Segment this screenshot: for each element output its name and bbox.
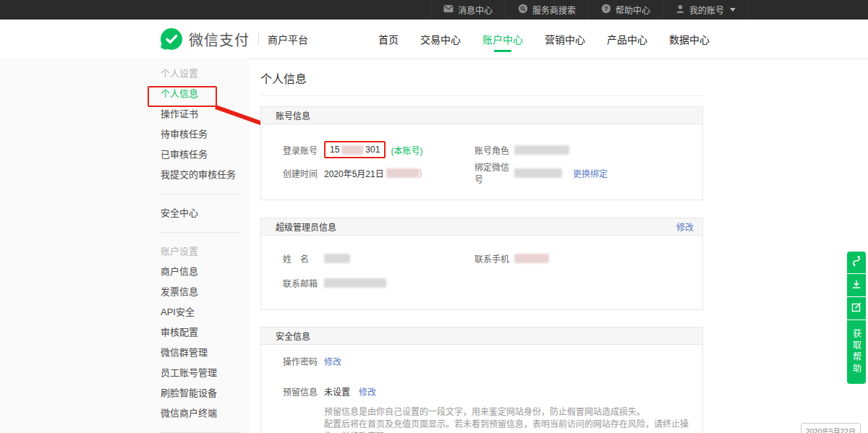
sidebar-item-label: 个人信息 [161, 88, 198, 99]
floating-help-stack: 获取帮助 [847, 252, 866, 384]
nav-marketing-center[interactable]: 营销中心 [545, 20, 585, 58]
admin-name-redacted [324, 254, 350, 263]
nav-transaction-center[interactable]: 交易中心 [420, 20, 461, 58]
super-admin-card: 超级管理员信息 修改 姓 名 联系手机 联系邮箱 [260, 218, 703, 310]
sidebar-divider [161, 232, 242, 233]
site-header: 微信支付 商户平台 首页 交易中心 账户中心 营销中心 产品中心 数据中心 [0, 20, 868, 59]
account-role-label: 账号角色 [475, 144, 514, 156]
card-title: 账号信息 [276, 109, 310, 121]
edit-reserved-info-link[interactable]: 修改 [359, 385, 376, 398]
bound-wechat-redacted [514, 168, 562, 178]
chevron-down-icon [730, 8, 736, 12]
message-center-link[interactable]: 消息中心 [430, 0, 505, 20]
platform-name: 商户平台 [268, 32, 308, 46]
brand-logo[interactable]: 微信支付 商户平台 [161, 28, 308, 50]
contact-email-label: 联系邮箱 [283, 277, 324, 289]
created-time-value: 2020年5月21日 [324, 167, 384, 179]
card-title: 超级管理员信息 [276, 220, 336, 233]
sidebar-item-personal-info[interactable]: 个人信息 [161, 84, 242, 104]
sidebar-item-wechat-merchant-terminal[interactable]: 微信商户终端 [161, 403, 242, 424]
logo-separator [258, 33, 259, 46]
brand-name: 微信支付 [189, 29, 250, 50]
topbar-item-label: 服务商搜索 [532, 4, 576, 16]
topbar-item-label: 帮助中心 [616, 4, 650, 16]
sidebar-section-personal-settings: 个人设置 [161, 64, 242, 84]
security-info-card: 安全信息 操作密码 修改 预留信息 未设置 修改 预留信息是由你自己设 [260, 327, 703, 433]
login-account-redacted [341, 145, 363, 155]
service-provider-search-link[interactable]: 服务商搜索 [505, 0, 588, 20]
edit-admin-link[interactable]: 修改 [676, 220, 694, 233]
nav-product-center[interactable]: 产品中心 [607, 20, 647, 58]
reserved-info-label: 预留信息 [283, 385, 324, 398]
account-role-redacted [514, 145, 569, 155]
link-icon [851, 254, 862, 270]
sidebar-item-review-config[interactable]: 审核配置 [161, 322, 242, 343]
nav-home[interactable]: 首页 [378, 20, 399, 58]
super-admin-card-header: 超级管理员信息 修改 [261, 218, 702, 236]
admin-name-label: 姓 名 [283, 252, 324, 265]
sidebar-divider [161, 194, 242, 194]
primary-nav: 首页 交易中心 账户中心 营销中心 产品中心 数据中心 [378, 20, 710, 58]
wechat-pay-logo-icon [161, 28, 182, 50]
sidebar-item-merchant-info[interactable]: 商户信息 [161, 262, 242, 282]
change-binding-link[interactable]: 更换绑定 [573, 167, 608, 179]
reserved-info-value: 未设置 [324, 385, 350, 398]
contact-phone-label: 联系手机 [475, 252, 514, 265]
account-info-card: 账号信息 登录账号 15 301 (本账号) 账号角色 [260, 106, 703, 200]
help-center-link[interactable]: ? 帮助中心 [588, 0, 663, 20]
security-info-card-header: 安全信息 [261, 327, 702, 345]
bound-wechat-label: 绑定微信号 [475, 160, 514, 185]
edit-password-link[interactable]: 修改 [324, 355, 341, 367]
sidebar-item-pending-review-tasks[interactable]: 待审核任务 [161, 124, 242, 145]
sidebar-item-api-security[interactable]: API安全 [161, 302, 242, 322]
login-account-prefix: 15 [330, 145, 339, 155]
contact-link-button[interactable] [847, 252, 866, 273]
top-utility-bar: 消息中心 服务商搜索 ? 帮助中心 我的账号 [0, 0, 868, 20]
sidebar-item-staff-account-mgmt[interactable]: 员工账号管理 [161, 363, 242, 383]
title-divider [260, 95, 703, 96]
login-account-label: 登录账号 [283, 144, 324, 156]
description-line: 预留信息是由你自己设置的一段文字，用来鉴定网站身份，防止假冒网站造成损失。 [324, 406, 702, 419]
contact-phone-redacted [514, 254, 549, 263]
svg-text:?: ? [604, 5, 608, 12]
envelope-icon [443, 4, 454, 15]
sidebar-item-security-center[interactable]: 安全中心 [161, 203, 242, 223]
sidebar-menu: 个人设置 个人信息 操作证书 待审核任务 已审核任务 我提交的审核任务 安全中心… [161, 64, 242, 433]
sidebar-item-reviewed-tasks[interactable]: 已审核任务 [161, 145, 242, 165]
card-title: 安全信息 [276, 330, 310, 342]
edit-icon [851, 301, 862, 316]
nav-account-center[interactable]: 账户中心 [482, 20, 523, 58]
contact-email-redacted [324, 278, 386, 288]
sidebar-item-wechat-group-mgmt[interactable]: 微信群管理 [161, 343, 242, 363]
download-icon [851, 278, 862, 293]
current-account-tag: (本账号) [391, 144, 422, 156]
reserved-info-description: 预留信息是由你自己设置的一段文字，用来鉴定网站身份，防止假冒网站造成损失。 配置… [324, 406, 702, 433]
login-account-annotation-box: 15 301 [324, 141, 386, 158]
account-info-card-header: 账号信息 [261, 107, 702, 124]
sidebar-item-invoice-info[interactable]: 发票信息 [161, 282, 242, 302]
login-account-suffix: 301 [365, 145, 380, 155]
main-content: 个人信息 账号信息 登录账号 15 301 (本账号) [260, 59, 703, 433]
sidebar-item-my-submitted-tasks[interactable]: 我提交的审核任务 [161, 165, 242, 185]
sidebar-item-operation-certificate[interactable]: 操作证书 [161, 104, 242, 124]
created-time-label: 创建时间 [283, 167, 324, 179]
created-time-redacted [386, 168, 420, 178]
nav-data-center[interactable]: 数据中心 [669, 20, 710, 58]
sidebar-section-account-settings: 账户设置 [161, 241, 242, 262]
get-help-button[interactable]: 获取帮助 [847, 320, 866, 384]
topbar-item-label: 我的账号 [689, 4, 724, 16]
topbar-item-label: 消息中心 [458, 4, 493, 16]
description-line: 配置后将在首页及充值页面显示。若未看到预留信息，表明当前访问的网站存在风险，请终… [324, 419, 702, 433]
user-icon [676, 4, 685, 16]
sidebar-item-face-smart-device[interactable]: 刷脸智能设备 [161, 383, 242, 403]
download-button[interactable] [847, 274, 866, 296]
date-tooltip: 2020年5月22日 [801, 423, 861, 433]
help-circle-icon: ? [601, 4, 611, 16]
feedback-button[interactable] [847, 297, 866, 320]
sidebar-panel: 个人设置 个人信息 操作证书 待审核任务 已审核任务 我提交的审核任务 安全中心… [0, 59, 250, 433]
page-title: 个人信息 [260, 59, 703, 95]
operation-password-label: 操作密码 [283, 355, 324, 367]
created-time-paren: ) [420, 168, 422, 178]
my-account-menu[interactable]: 我的账号 [663, 0, 749, 20]
search-circle-icon [518, 4, 528, 16]
